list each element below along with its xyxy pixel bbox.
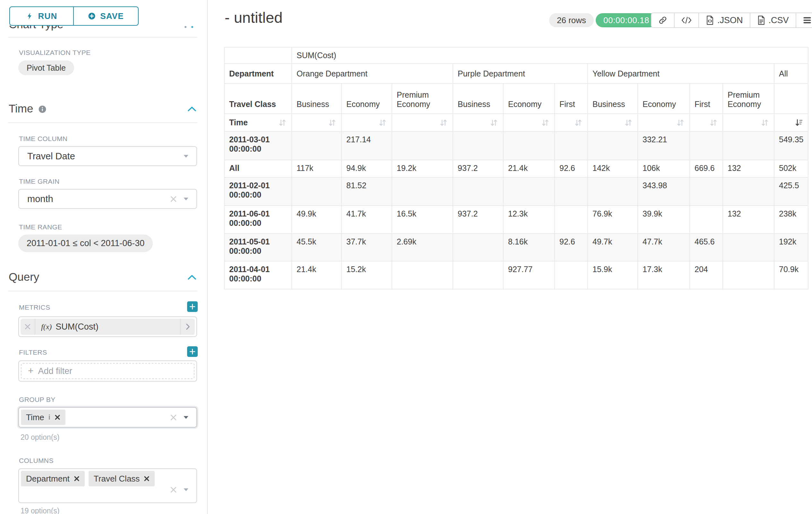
sort-descending-icon[interactable] [794, 118, 803, 127]
pivot-cell: 47.7k [638, 234, 690, 261]
chevron-up-icon[interactable] [187, 274, 196, 280]
clear-icon[interactable] [170, 196, 177, 202]
time-grain-label: TIME GRAIN [19, 178, 60, 185]
pivot-cell [555, 261, 588, 289]
travel-class-header: Premium Economy [392, 83, 453, 114]
add-filter-plus-button[interactable] [187, 346, 198, 357]
time-grain-select[interactable]: month [18, 189, 197, 209]
pivot-cell: 204 [690, 261, 723, 289]
corner-cell [224, 47, 292, 63]
clear-icon[interactable] [170, 486, 177, 493]
embed-code-button[interactable] [674, 13, 698, 27]
pivot-cell: 21.4k [503, 160, 555, 177]
time-range-label: TIME RANGE [19, 223, 62, 231]
table-row: 2011-03-01 00:00:00217.14332.21549.35 [224, 131, 808, 160]
pivot-cell: 8.16k [503, 234, 555, 261]
chevron-down-icon[interactable] [183, 197, 189, 201]
sort-icon[interactable] [709, 118, 718, 127]
pivot-cell: 937.2 [453, 206, 503, 234]
pivot-cell: 17.3k [638, 261, 690, 289]
field-pill[interactable]: Department [21, 471, 85, 486]
field-pill[interactable]: Travel Class [89, 471, 155, 486]
file-lines-icon [757, 16, 765, 25]
export-json-button[interactable]: .JSON [698, 13, 750, 27]
pivot-cell [453, 234, 503, 261]
group-by-select[interactable]: Timei [18, 407, 197, 428]
sort-icon[interactable] [278, 118, 287, 127]
columns-select[interactable]: DepartmentTravel Class [18, 468, 197, 503]
bolt-icon [26, 12, 34, 20]
file-code-icon [706, 16, 714, 25]
time-range-pill[interactable]: 2011-01-01 ≤ col < 2011-06-30 [18, 235, 153, 252]
sort-icon[interactable] [624, 118, 633, 127]
table-row: 2011-05-01 00:00:0045.5k37.7k2.69k8.16k9… [224, 234, 808, 261]
pivot-cell: 2.69k [392, 234, 453, 261]
pivot-cell: 15.2k [342, 261, 392, 289]
travel-class-header: Business [453, 83, 503, 114]
group-by-option-count: 20 option(s) [21, 433, 59, 442]
sort-icon[interactable] [574, 118, 583, 127]
columns-pills: DepartmentTravel Class [21, 471, 170, 486]
row-label: 2011-05-01 00:00:00 [224, 234, 292, 261]
travel-class-header: Economy [503, 83, 555, 114]
time-column-select[interactable]: Travel Date [18, 146, 197, 166]
remove-pill-icon[interactable] [144, 476, 150, 482]
code-icon [682, 17, 692, 24]
time-section-title: Time [9, 102, 33, 115]
sort-icon[interactable] [378, 118, 387, 127]
viz-type-label: VISUALIZATION TYPE [19, 49, 90, 57]
pivot-cell: 70.9k [774, 261, 808, 289]
field-pill-label: Department [26, 474, 70, 484]
chart-area: - untitled 26 rows 00:00:00.18 .JSON.CSV… [208, 0, 812, 514]
sort-icon[interactable] [489, 118, 498, 127]
add-filter-button[interactable]: + Add filter [21, 363, 195, 379]
chevron-down-icon[interactable] [183, 488, 189, 491]
pivot-cell [503, 131, 555, 160]
divider [8, 123, 197, 123]
info-icon: i [49, 413, 50, 422]
travel-class-header: First [690, 83, 723, 114]
link-icon [658, 16, 667, 25]
chart-title[interactable]: - untitled [225, 9, 283, 26]
superset-explore-view: Chart Type RUN SAVE VISUALIZATION TYPE P… [0, 0, 812, 514]
control-panel: Chart Type RUN SAVE VISUALIZATION TYPE P… [0, 0, 208, 514]
plus-icon: + [28, 366, 34, 376]
pivot-cell [723, 261, 774, 289]
share-link-button[interactable] [651, 13, 674, 27]
pivot-cell: 332.21 [638, 131, 690, 160]
metric-header: SUM(Cost) [292, 47, 808, 63]
pivot-cell: 49.7k [588, 234, 638, 261]
clear-icon[interactable] [170, 414, 177, 421]
group-by-pills: Timei [21, 410, 170, 425]
run-button[interactable]: RUN [9, 6, 74, 26]
export-csv-button[interactable]: .CSV [750, 13, 795, 27]
remove-pill-icon[interactable] [74, 476, 80, 482]
chevron-up-icon[interactable] [187, 106, 196, 112]
save-button[interactable]: SAVE [74, 6, 139, 26]
chevron-down-icon[interactable] [183, 155, 189, 158]
pivot-cell: 81.52 [342, 177, 392, 206]
pivot-cell [453, 177, 503, 206]
pivot-cell [588, 177, 638, 206]
info-icon [38, 105, 47, 113]
add-metric-button[interactable] [187, 301, 198, 312]
pivot-cell: 425.5 [774, 177, 808, 206]
query-duration-badge: 00:00:00.18 [596, 13, 657, 27]
menu-button[interactable] [795, 13, 812, 27]
metric-pill[interactable]: f(x) SUM(Cost) [21, 319, 195, 335]
chevron-right-icon[interactable] [180, 319, 195, 335]
sort-icon[interactable] [328, 118, 337, 127]
remove-metric-icon[interactable] [21, 319, 35, 335]
pivot-cell [292, 177, 342, 206]
viz-type-pill[interactable]: Pivot Table [18, 60, 74, 75]
field-pill[interactable]: Timei [21, 410, 65, 425]
query-section-heading: Query [9, 270, 39, 283]
sort-icon[interactable] [676, 118, 685, 127]
remove-pill-icon[interactable] [55, 414, 60, 420]
sort-icon[interactable] [439, 118, 448, 127]
time-column-label: TIME COLUMN [19, 135, 67, 143]
sort-icon[interactable] [760, 118, 769, 127]
sort-icon[interactable] [541, 118, 550, 127]
pivot-cell: 117k [292, 160, 342, 177]
chevron-down-icon[interactable] [183, 416, 189, 419]
